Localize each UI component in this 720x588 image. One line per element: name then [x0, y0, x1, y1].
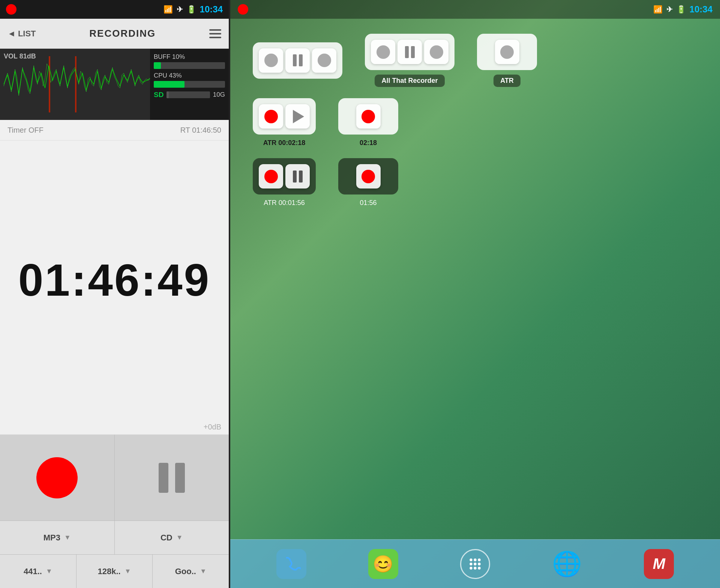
quality-row: 441.. ▼ 128k.. ▼ Goo.. ▼: [0, 554, 229, 588]
right-airplane-icon: ✈: [666, 5, 673, 14]
dock-apps-icon[interactable]: [460, 549, 490, 579]
db-value: +0dB: [204, 423, 221, 431]
hamburger-line-2: [209, 33, 221, 34]
bitrate-selector[interactable]: 128k.. ▼: [76, 555, 153, 588]
dock-message-icon[interactable]: 😊: [368, 549, 398, 579]
widget-card-1-1: [253, 42, 342, 79]
widget-record-dot-1: [264, 54, 278, 67]
widget-play-btn-1[interactable]: [285, 104, 310, 129]
rt-time-label: RT 01:46:50: [180, 126, 221, 135]
vol-label: VOL 81dB: [4, 52, 36, 60]
dock-phone-icon[interactable]: [276, 549, 306, 579]
widget-active-1: ATR 00:01:56: [253, 158, 316, 207]
svg-rect-1: [49, 56, 50, 112]
svg-point-10: [474, 567, 476, 569]
atr-label-card-1: All That Recorder: [375, 75, 444, 87]
cpu-label: CPU 43%: [154, 72, 225, 79]
list-button[interactable]: ◄ LIST: [8, 29, 36, 39]
cpu-stat: CPU 43%: [154, 72, 225, 88]
all-that-recorder-label: All That Recorder: [381, 77, 438, 84]
atr-active-timestamp-short-1: 01:56: [360, 199, 376, 207]
atr-active-timestamp-1: ATR 00:01:56: [264, 199, 305, 207]
record-button[interactable]: [0, 435, 115, 521]
widget-pause-btn-1[interactable]: [285, 48, 310, 73]
widget-stop-btn-2[interactable]: [424, 40, 448, 64]
db-indicator: +0dB: [0, 419, 229, 434]
widget-pause-bar-l-2: [405, 46, 409, 58]
pause-button[interactable]: [115, 435, 229, 521]
sample-rate-selector[interactable]: 441.. ▼: [0, 555, 76, 588]
widget-dark-card-1: [253, 158, 316, 195]
widget-pause-bar-dl-1: [293, 171, 297, 183]
widget-stop-btn-1[interactable]: [312, 48, 336, 73]
timer-off-label: Timer OFF: [8, 126, 44, 135]
widget-card-1-3: [477, 34, 537, 70]
record-circle: [36, 457, 78, 498]
widget-rec-red-dot-dark-1: [264, 170, 278, 183]
svg-point-9: [470, 567, 472, 569]
widget-rec-red-btn-2[interactable]: [356, 104, 381, 129]
widget-atr-group-2: ATR: [477, 34, 537, 87]
widget-rec-red-btn-dark-2[interactable]: [356, 164, 381, 189]
sd-value: 10G: [213, 91, 225, 99]
widget-card-2-1: [253, 98, 316, 135]
storage-value: Goo..: [175, 567, 196, 576]
svg-point-3: [470, 558, 472, 561]
dock-browser-icon[interactable]: 🌐: [552, 549, 582, 579]
buff-stat: BUFF 10%: [154, 53, 225, 69]
menu-button[interactable]: [209, 29, 221, 38]
widget-btn-row-dark-1: [259, 164, 310, 189]
waveform-area: VOL 81dB BUFF 10%: [0, 49, 229, 120]
widget-pause-icon-2: [405, 46, 415, 58]
left-status-bar: 📶 ✈ 🔋 10:34: [0, 0, 229, 19]
timer-digits: 01:46:49: [18, 254, 210, 306]
widget-row-1: All That Recorder ATR: [253, 34, 698, 87]
widget-record-dot-2: [376, 45, 390, 59]
right-status-bar: 📶 ✈ 🔋 10:34: [230, 0, 720, 19]
svg-point-8: [478, 563, 480, 565]
widget-row-2: ATR 00:02:18 02:18: [253, 98, 698, 147]
widget-pause-btn-dark-1[interactable]: [285, 164, 310, 189]
hamburger-line-1: [209, 29, 221, 31]
dock-mail-icon[interactable]: M: [644, 549, 674, 579]
pause-icon: [159, 463, 185, 493]
widget-active-2: 01:56: [338, 158, 398, 207]
widget-pause-icon-1: [293, 54, 303, 66]
quality-value: CD: [160, 533, 172, 543]
widget-pause-bar-l-1: [293, 54, 297, 66]
widget-play-icon-1: [293, 110, 304, 123]
widget-card-2-2: [338, 98, 398, 135]
widget-rec-red-btn-dark-1[interactable]: [259, 164, 283, 189]
widget-card-1-2: [365, 34, 454, 70]
widget-pause-btn-2[interactable]: [398, 40, 422, 64]
widget-atr-recording-2: 02:18: [338, 98, 398, 147]
format-value: MP3: [44, 533, 60, 543]
widget-btn-row-1-2: [371, 40, 448, 64]
main-timer-display: 01:46:49: [0, 141, 229, 419]
widget-stop-btn-3[interactable]: [495, 40, 519, 64]
widget-rec-red-dot-2: [362, 110, 375, 123]
widget-rec-red-btn-1[interactable]: [259, 104, 283, 129]
widget-dark-card-2: [338, 158, 398, 195]
atr-timestamp-short-1: 02:18: [360, 139, 377, 147]
widget-record-btn-1[interactable]: [259, 48, 283, 73]
quality-selector[interactable]: CD ▼: [115, 521, 229, 554]
cpu-bar-bg: [154, 81, 225, 88]
bitrate-value: 128k..: [98, 567, 121, 576]
dock: 😊 🌐 M: [230, 539, 720, 588]
format-selector[interactable]: MP3 ▼: [0, 521, 115, 554]
widget-area: All That Recorder ATR: [230, 19, 720, 539]
right-rec-indicator: [238, 4, 248, 15]
sample-rate-value: 441..: [24, 567, 42, 576]
stats-panel: BUFF 10% CPU 43% SD 10G: [150, 49, 229, 120]
widget-record-btn-2[interactable]: [371, 40, 395, 64]
right-status-time: 10:34: [690, 4, 712, 15]
format-row: MP3 ▼ CD ▼: [0, 521, 229, 554]
pause-bar-right: [175, 463, 185, 493]
storage-selector[interactable]: Goo.. ▼: [153, 555, 229, 588]
widget-btn-row-2-1: [259, 104, 310, 129]
widget-pause-bar-dr-1: [299, 171, 303, 183]
widget-stop-dot-1: [318, 54, 331, 67]
widget-atr-recording-1: ATR 00:02:18: [253, 98, 316, 147]
right-panel: 📶 ✈ 🔋 10:34: [230, 0, 720, 588]
